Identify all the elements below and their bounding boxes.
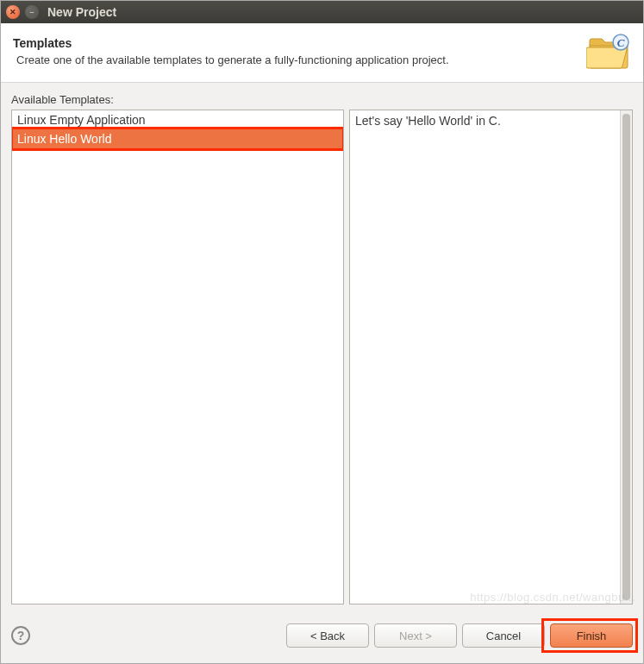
cancel-button[interactable]: Cancel (462, 623, 545, 648)
help-icon[interactable]: ? (11, 626, 30, 645)
templates-list[interactable]: Linux Empty Application Linux Hello Worl… (11, 110, 344, 604)
available-templates-label: Available Templates: (11, 93, 633, 106)
new-project-dialog: ✕ – New Project Templates Create one of … (0, 0, 644, 664)
list-item[interactable]: Linux Empty Application (12, 110, 343, 129)
list-item[interactable]: Linux Hello World (12, 129, 343, 148)
back-button[interactable]: < Back (286, 623, 369, 648)
minimize-icon[interactable]: – (25, 5, 39, 19)
scrollbar[interactable] (620, 110, 632, 604)
template-description-pane: Let's say 'Hello World' in C. (349, 110, 633, 604)
content-area: Available Templates: Linux Empty Applica… (1, 83, 643, 615)
svg-text:C: C (617, 36, 625, 49)
template-description: Let's say 'Hello World' in C. (350, 110, 620, 604)
banner-title: Templates (13, 36, 586, 50)
titlebar: ✕ – New Project (1, 1, 643, 23)
window-title: New Project (47, 5, 116, 19)
banner: Templates Create one of the available te… (1, 23, 643, 83)
folder-c-icon: C (586, 32, 631, 70)
next-button: Next > (374, 623, 457, 648)
footer: ? < Back Next > Cancel Finish (1, 615, 643, 663)
close-icon[interactable]: ✕ (6, 5, 20, 19)
banner-description: Create one of the available templates to… (16, 53, 586, 66)
finish-button[interactable]: Finish (550, 623, 633, 648)
scroll-thumb[interactable] (622, 114, 630, 600)
